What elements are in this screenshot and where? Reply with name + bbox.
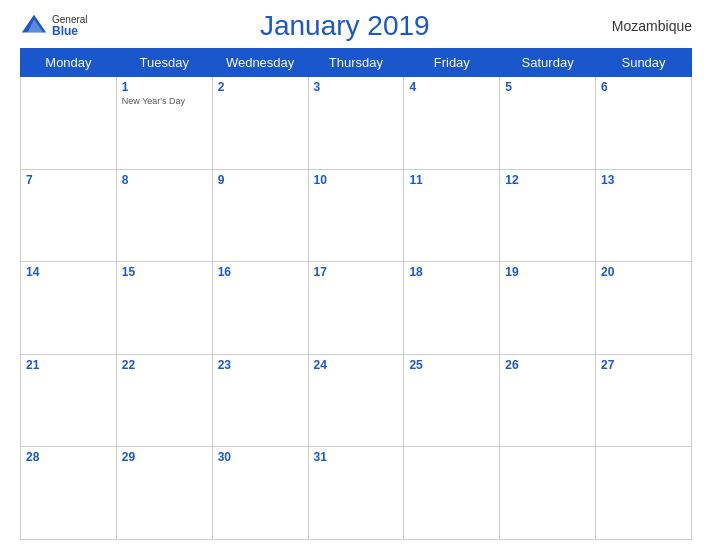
day-cell-0-5: 5 [500, 77, 596, 170]
day-cell-1-3: 10 [308, 169, 404, 262]
day-cell-0-3: 3 [308, 77, 404, 170]
logo-bird-icon [20, 12, 48, 40]
day-number: 10 [314, 173, 399, 187]
day-number: 31 [314, 450, 399, 464]
day-cell-0-2: 2 [212, 77, 308, 170]
day-number: 3 [314, 80, 399, 94]
header-friday: Friday [404, 49, 500, 77]
day-cell-2-6: 20 [596, 262, 692, 355]
day-cell-2-0: 14 [21, 262, 117, 355]
day-cell-0-6: 6 [596, 77, 692, 170]
day-number: 11 [409, 173, 494, 187]
country-name: Mozambique [602, 18, 692, 34]
week-row-5: 28293031 [21, 447, 692, 540]
day-cell-0-1: 1New Year's Day [116, 77, 212, 170]
day-number: 18 [409, 265, 494, 279]
day-number: 28 [26, 450, 111, 464]
logo: General Blue [20, 12, 88, 40]
day-cell-3-5: 26 [500, 354, 596, 447]
day-cell-4-6 [596, 447, 692, 540]
day-cell-3-0: 21 [21, 354, 117, 447]
calendar-header: Monday Tuesday Wednesday Thursday Friday… [21, 49, 692, 77]
day-cell-4-5 [500, 447, 596, 540]
day-number: 17 [314, 265, 399, 279]
day-number: 8 [122, 173, 207, 187]
day-cell-4-2: 30 [212, 447, 308, 540]
logo-text: General Blue [52, 14, 88, 38]
week-row-1: 1New Year's Day23456 [21, 77, 692, 170]
week-row-4: 21222324252627 [21, 354, 692, 447]
day-number: 23 [218, 358, 303, 372]
header-saturday: Saturday [500, 49, 596, 77]
day-number: 27 [601, 358, 686, 372]
day-cell-1-1: 8 [116, 169, 212, 262]
day-cell-1-6: 13 [596, 169, 692, 262]
day-cell-4-0: 28 [21, 447, 117, 540]
logo-blue: Blue [52, 25, 88, 38]
weekday-header-row: Monday Tuesday Wednesday Thursday Friday… [21, 49, 692, 77]
day-cell-2-5: 19 [500, 262, 596, 355]
day-cell-0-0 [21, 77, 117, 170]
day-cell-3-1: 22 [116, 354, 212, 447]
day-cell-1-0: 7 [21, 169, 117, 262]
day-number: 29 [122, 450, 207, 464]
day-cell-2-3: 17 [308, 262, 404, 355]
day-number: 22 [122, 358, 207, 372]
header-wednesday: Wednesday [212, 49, 308, 77]
day-number: 13 [601, 173, 686, 187]
day-cell-1-4: 11 [404, 169, 500, 262]
header-monday: Monday [21, 49, 117, 77]
day-number: 12 [505, 173, 590, 187]
day-number: 21 [26, 358, 111, 372]
day-cell-3-6: 27 [596, 354, 692, 447]
day-number: 4 [409, 80, 494, 94]
header-tuesday: Tuesday [116, 49, 212, 77]
day-number: 25 [409, 358, 494, 372]
calendar-table: Monday Tuesday Wednesday Thursday Friday… [20, 48, 692, 540]
day-cell-1-5: 12 [500, 169, 596, 262]
day-number: 5 [505, 80, 590, 94]
day-number: 7 [26, 173, 111, 187]
day-number: 30 [218, 450, 303, 464]
day-cell-2-1: 15 [116, 262, 212, 355]
day-cell-4-1: 29 [116, 447, 212, 540]
day-number: 26 [505, 358, 590, 372]
day-cell-4-3: 31 [308, 447, 404, 540]
day-number: 24 [314, 358, 399, 372]
page-header: General Blue January 2019 Mozambique [20, 10, 692, 42]
day-cell-1-2: 9 [212, 169, 308, 262]
day-cell-3-3: 24 [308, 354, 404, 447]
day-number: 14 [26, 265, 111, 279]
day-number: 20 [601, 265, 686, 279]
day-number: 15 [122, 265, 207, 279]
header-thursday: Thursday [308, 49, 404, 77]
calendar-body: 1New Year's Day2345678910111213141516171… [21, 77, 692, 540]
week-row-2: 78910111213 [21, 169, 692, 262]
day-cell-2-2: 16 [212, 262, 308, 355]
day-number: 6 [601, 80, 686, 94]
day-cell-3-4: 25 [404, 354, 500, 447]
day-number: 2 [218, 80, 303, 94]
day-cell-0-4: 4 [404, 77, 500, 170]
header-sunday: Sunday [596, 49, 692, 77]
holiday-label: New Year's Day [122, 96, 207, 107]
day-cell-4-4 [404, 447, 500, 540]
day-number: 9 [218, 173, 303, 187]
week-row-3: 14151617181920 [21, 262, 692, 355]
day-number: 19 [505, 265, 590, 279]
day-cell-3-2: 23 [212, 354, 308, 447]
day-number: 16 [218, 265, 303, 279]
day-cell-2-4: 18 [404, 262, 500, 355]
calendar-title: January 2019 [88, 10, 602, 42]
day-number: 1 [122, 80, 207, 94]
